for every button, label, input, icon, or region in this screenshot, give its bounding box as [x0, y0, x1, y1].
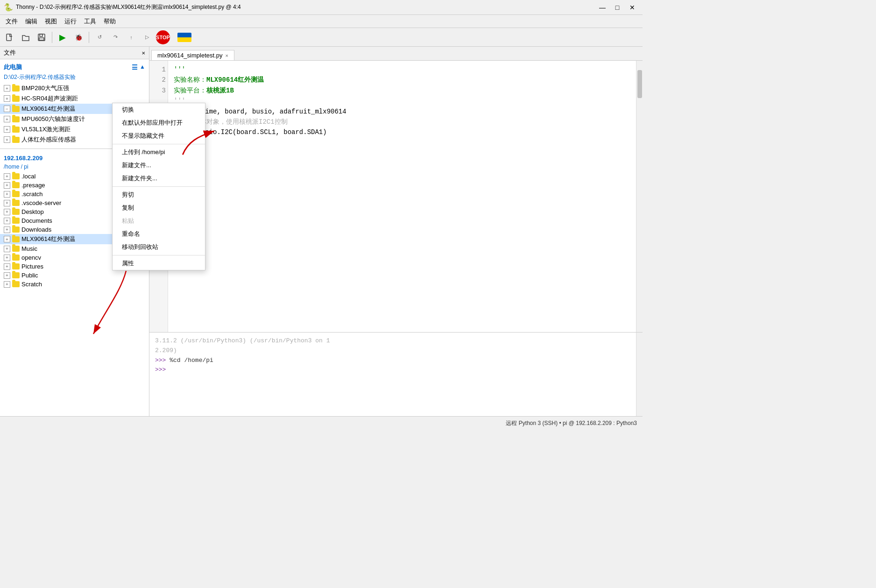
line-num-2: 2 [151, 75, 166, 85]
title-bar-controls[interactable]: — □ ✕ [596, 2, 639, 13]
close-button[interactable]: ✕ [626, 2, 639, 13]
shell-prompt-2: >>> [155, 366, 166, 373]
expand-opencv[interactable]: + [4, 255, 10, 261]
menu-view[interactable]: 视图 [41, 16, 61, 27]
ctx-properties[interactable]: 属性 [113, 257, 205, 270]
folder-icon-vl53l1x [12, 127, 20, 133]
step-over-btn[interactable]: ↺ [92, 30, 106, 44]
window-title: Thonny - D:\02-示例程序\2.传感器实验\MLX90614红外测温… [16, 3, 241, 11]
line-num-3: 3 [151, 85, 166, 96]
shell-scrollbar[interactable] [636, 333, 643, 416]
shell-area[interactable]: 3.11.2 (/usr/bin/Python3) (/usr/bin/Pyth… [149, 332, 643, 416]
folder-icon-desktop [12, 209, 20, 215]
folder-label-presage: .presage [21, 182, 45, 189]
menu-bar: 文件 编辑 视图 运行 工具 帮助 [0, 15, 643, 28]
editor-tab-main[interactable]: mlx90614_simpletest.py × [151, 50, 234, 60]
file-panel-tab: 文件 × [0, 47, 149, 59]
save-file-btn[interactable] [35, 30, 49, 44]
expand-public[interactable]: + [4, 272, 10, 279]
remote-folder-public[interactable]: + Public [0, 271, 149, 280]
expand-desktop[interactable]: + [4, 209, 10, 215]
folder-icon-presage [12, 182, 20, 188]
editor-content[interactable]: 1 2 3 ''' 实验名称：MLX90614红外测温 实验平台：核桃派1B '… [149, 61, 643, 332]
shell-line-2: 2.209) [155, 346, 637, 356]
scroll-up-icon[interactable]: ▲ [140, 64, 145, 71]
run-btn[interactable]: ▶ [56, 30, 70, 44]
code-editor[interactable]: ''' 实验名称：MLX90614红外测温 实验平台：核桃派1B ''' imp… [168, 61, 636, 332]
line-num-1: 1 [151, 64, 166, 75]
expand-scratch-dot[interactable]: + [4, 191, 10, 198]
close-tab-btn[interactable]: × [225, 53, 228, 58]
local-folder-bmp280[interactable]: + BMP280大气压强 [0, 83, 149, 93]
expand-mpu6050[interactable]: + [4, 116, 10, 122]
resume-btn[interactable]: ▷ [140, 30, 154, 44]
ctx-new-folder[interactable]: 新建文件夹... [113, 172, 205, 185]
folder-label-downloads: Downloads [21, 226, 51, 233]
maximize-button[interactable]: □ [611, 2, 624, 13]
file-tab-close[interactable]: × [141, 50, 145, 57]
app-icon: 🐍 [4, 3, 13, 12]
ctx-paste: 粘贴 [113, 214, 205, 227]
ctx-switch[interactable]: 切换 [113, 103, 205, 116]
minimize-button[interactable]: — [596, 2, 609, 13]
folder-label-mlx90614: MLX90614红外测温 [21, 105, 75, 113]
expand-local[interactable]: + [4, 173, 10, 180]
expand-mlx90614-remote[interactable]: + [4, 236, 10, 242]
step-into-btn[interactable]: ↷ [108, 30, 122, 44]
file-tab-label[interactable]: 文件 [4, 49, 16, 57]
expand-downloads[interactable]: + [4, 227, 10, 233]
new-file-btn[interactable] [3, 30, 17, 44]
ctx-open-external[interactable]: 在默认外部应用中打开 [113, 116, 205, 129]
menu-run[interactable]: 运行 [61, 16, 80, 27]
folder-label-opencv: opencv [21, 254, 41, 261]
expand-documents[interactable]: + [4, 218, 10, 224]
ctx-cut[interactable]: 剪切 [113, 188, 205, 201]
folder-icon-local [12, 173, 20, 179]
vscroll-thumb[interactable] [637, 70, 642, 98]
folder-label-pictures: Pictures [21, 263, 43, 270]
step-out-btn[interactable]: ↑ [124, 30, 138, 44]
folder-label-documents: Documents [21, 217, 52, 224]
ctx-move-trash[interactable]: 移动到回收站 [113, 241, 205, 254]
expand-vl53l1x[interactable]: + [4, 126, 10, 133]
ctx-copy[interactable]: 复制 [113, 201, 205, 214]
title-bar: 🐍 Thonny - D:\02-示例程序\2.传感器实验\MLX90614红外… [0, 0, 643, 15]
folder-label-human-ir: 人体红外感应传感器 [21, 135, 76, 144]
menu-edit[interactable]: 编辑 [21, 16, 41, 27]
ctx-rename[interactable]: 重命名 [113, 227, 205, 241]
debug-btn[interactable]: 🐞 [71, 30, 85, 44]
expand-bmp280[interactable]: + [4, 85, 10, 92]
ctx-hide-files[interactable]: 不显示隐藏文件 [113, 129, 205, 142]
expand-mlx90614[interactable]: − [4, 106, 10, 112]
list-view-icon[interactable]: ☰ [132, 64, 138, 71]
folder-label-vscode: .vscode-server [21, 199, 61, 206]
expand-scratch2[interactable]: + [4, 281, 10, 288]
ctx-sep-2 [113, 186, 205, 187]
expand-presage[interactable]: + [4, 182, 10, 189]
menu-tools[interactable]: 工具 [80, 16, 100, 27]
stop-btn[interactable]: STOP [156, 30, 170, 44]
expand-vscode[interactable]: + [4, 200, 10, 206]
remote-folder-scratch2[interactable]: + Scratch [0, 280, 149, 289]
folder-icon-mpu6050 [12, 116, 20, 122]
menu-help[interactable]: 帮助 [100, 16, 120, 27]
open-file-btn[interactable] [19, 30, 33, 44]
expand-human-ir[interactable]: + [4, 136, 10, 143]
expand-hc-sr04[interactable]: + [4, 95, 10, 102]
context-menu[interactable]: 切换 在默认外部应用中打开 不显示隐藏文件 上传到 /home/pi 新建文件.… [112, 103, 205, 270]
folder-label-scratch-dot: .scratch [21, 191, 43, 198]
expand-music[interactable]: + [4, 246, 10, 252]
shell-line-1: 3.11.2 (/usr/bin/Python3) (/usr/bin/Pyth… [155, 336, 637, 346]
svg-rect-2 [40, 34, 42, 36]
local-header: 此电脑 ☰ ▲ [0, 61, 149, 73]
editor-vscroll[interactable] [636, 61, 643, 332]
local-folder-hc-sr04[interactable]: + HC-SR04超声波测距 [0, 93, 149, 104]
folder-icon-bmp280 [12, 85, 20, 92]
ctx-upload[interactable]: 上传到 /home/pi [113, 146, 205, 159]
menu-file[interactable]: 文件 [2, 16, 21, 27]
main-area: 文件 × 此电脑 ☰ ▲ D:\02-示例程序\2.传感器实验 + BMP28 [0, 47, 643, 416]
ctx-new-file[interactable]: 新建文件... [113, 159, 205, 172]
shell-line-4: >>> [155, 365, 637, 375]
expand-pictures[interactable]: + [4, 263, 10, 270]
folder-icon-opencv [12, 255, 20, 261]
